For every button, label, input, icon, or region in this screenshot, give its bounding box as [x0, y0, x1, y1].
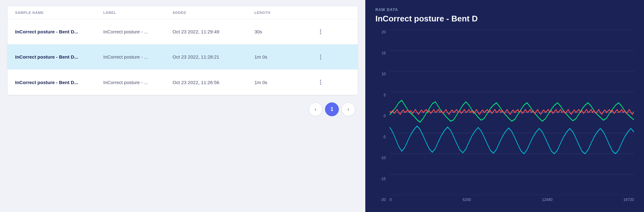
- x-axis: 0 6240 12480 18720: [390, 195, 634, 202]
- table-row[interactable]: InCorrect posture - Bent D... InCorrect …: [8, 70, 358, 95]
- header-actions: [311, 11, 330, 14]
- y-label-10: 10: [375, 72, 386, 76]
- next-page-button[interactable]: ›: [341, 102, 355, 116]
- length-3: 1m 0s: [254, 80, 311, 85]
- three-dots-icon-2[interactable]: [320, 54, 321, 60]
- table-row[interactable]: InCorrect posture - Bent D... InCorrect …: [8, 19, 358, 44]
- chart-canvas: [390, 30, 634, 195]
- prev-page-button[interactable]: ‹: [309, 102, 322, 116]
- y-label-n15: -15: [375, 177, 386, 181]
- menu-3[interactable]: [311, 80, 330, 85]
- header-added: ADDED: [173, 11, 254, 14]
- y-label-5: 5: [375, 93, 386, 97]
- table-container: SAMPLE NAME LABEL ADDED LENGTH InCorrect…: [8, 6, 358, 95]
- pagination: ‹ 1 ›: [8, 95, 358, 119]
- three-dots-icon-3[interactable]: [320, 80, 321, 85]
- label-2: InCorrect posture - ...: [103, 54, 173, 60]
- header-length: LENGTH: [254, 11, 311, 14]
- chart-area: 20 15 10 5 0 -5 -10 -15 -20: [375, 30, 634, 202]
- y-label-0: 0: [375, 114, 386, 118]
- x-label-6240: 6240: [463, 198, 471, 202]
- length-1: 30s: [254, 29, 311, 34]
- cyan-line: [390, 126, 634, 154]
- y-label-n10: -10: [375, 156, 386, 160]
- added-3: Oct 23 2022, 11:26:56: [173, 80, 254, 85]
- label-3: InCorrect posture - ...: [103, 80, 173, 85]
- page-1-button[interactable]: 1: [325, 102, 339, 116]
- y-label-n5: -5: [375, 135, 386, 139]
- x-label-18720: 18720: [624, 198, 634, 202]
- chart-body: 0 6240 12480 18720: [390, 30, 634, 202]
- y-label-n20: -20: [375, 198, 386, 202]
- three-dots-icon-1[interactable]: [320, 29, 321, 34]
- added-2: Oct 23 2022, 11:28:21: [173, 54, 254, 60]
- added-1: Oct 23 2022, 11:29:49: [173, 29, 254, 34]
- x-label-0: 0: [390, 198, 392, 202]
- label-1: InCorrect posture - ...: [103, 29, 173, 34]
- x-label-12480: 12480: [542, 198, 552, 202]
- table-header: SAMPLE NAME LABEL ADDED LENGTH: [8, 6, 358, 19]
- chart-svg: [390, 30, 634, 195]
- raw-data-label: RAW DATA: [375, 8, 634, 12]
- table-row[interactable]: InCorrect posture - Bent D... InCorrect …: [8, 44, 358, 70]
- length-2: 1m 0s: [254, 54, 311, 60]
- sample-name-3: InCorrect posture - Bent D...: [15, 80, 103, 85]
- y-label-20: 20: [375, 30, 386, 34]
- chart-title: InCorrect posture - Bent D: [375, 14, 634, 24]
- right-panel: RAW DATA InCorrect posture - Bent D 20 1…: [365, 0, 644, 212]
- y-label-15: 15: [375, 51, 386, 55]
- menu-2[interactable]: [311, 54, 330, 60]
- sample-name-2: InCorrect posture - Bent D...: [15, 54, 103, 60]
- header-sample-name: SAMPLE NAME: [15, 11, 103, 14]
- sample-name-1: InCorrect posture - Bent D...: [15, 29, 103, 34]
- left-panel: SAMPLE NAME LABEL ADDED LENGTH InCorrect…: [0, 0, 365, 212]
- y-axis: 20 15 10 5 0 -5 -10 -15 -20: [375, 30, 390, 202]
- menu-1[interactable]: [311, 29, 330, 34]
- header-label: LABEL: [103, 11, 173, 14]
